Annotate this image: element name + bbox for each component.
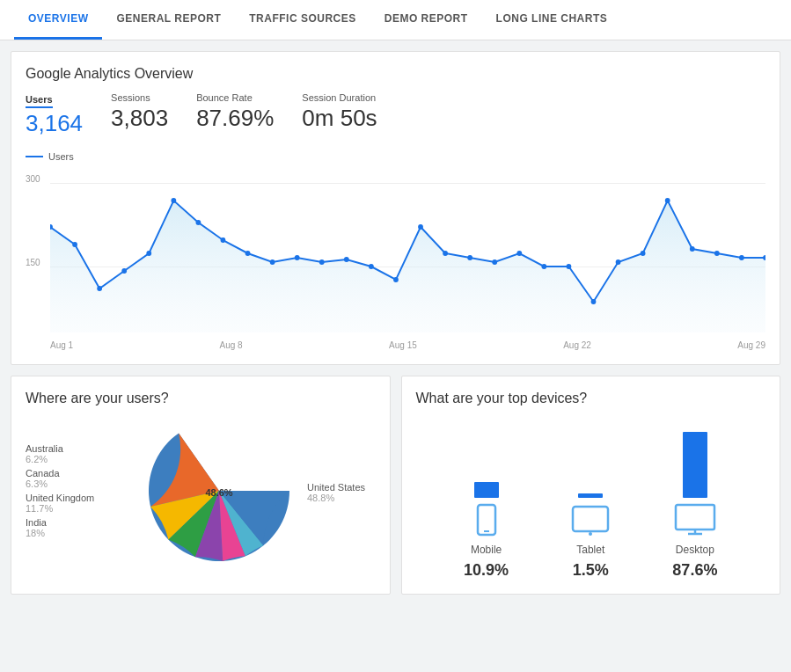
legend-canada: Canada 6.3% (26, 468, 131, 489)
metric-users[interactable]: Users 3,164 (26, 92, 83, 137)
svg-point-21 (567, 264, 572, 269)
svg-point-20 (541, 264, 546, 269)
us-label: United States 48.8% (307, 482, 365, 503)
svg-point-27 (714, 251, 720, 256)
device-tablet: Tablet 1.5% (569, 427, 612, 580)
us-country: United States (307, 482, 365, 493)
mobile-bar-container (474, 427, 499, 498)
devices-title: What are your top devices? (416, 391, 766, 406)
tablet-name: Tablet (576, 544, 604, 556)
x-label-aug1: Aug 1 (50, 340, 73, 350)
legend-uk: United Kingdom 11.7% (26, 493, 131, 514)
nav-demo-report[interactable]: DEMO REPORT (370, 0, 482, 40)
metric-duration-label: Session Duration (302, 92, 377, 103)
svg-point-4 (146, 251, 151, 256)
svg-point-7 (221, 237, 226, 243)
metric-bounce-value: 87.69% (196, 105, 274, 132)
svg-rect-32 (573, 507, 608, 531)
y-label-150: 150 (26, 258, 40, 267)
legend-australia: Australia 6.2% (26, 443, 131, 464)
svg-rect-34 (676, 505, 714, 530)
desktop-name: Desktop (676, 544, 714, 556)
svg-point-1 (72, 242, 77, 247)
tablet-bar (578, 493, 603, 498)
legend-canada-pct: 6.3% (26, 478, 131, 489)
svg-point-10 (295, 255, 300, 260)
pie-chart-container: 48.6% (149, 420, 289, 564)
desktop-pct: 87.6% (672, 561, 717, 580)
pie-section: Australia 6.2% Canada 6.3% United Kingdo… (26, 420, 376, 564)
svg-rect-30 (478, 505, 495, 535)
nav-traffic-sources[interactable]: TRAFFIC SOURCES (235, 0, 370, 40)
svg-point-33 (589, 532, 592, 536)
svg-point-11 (319, 259, 325, 265)
desktop-bar (683, 432, 707, 498)
overview-card: Google Analytics Overview Users 3,164 Se… (11, 51, 780, 365)
legend-uk-name: United Kingdom (26, 493, 131, 503)
tablet-bar-container (578, 427, 603, 498)
metric-sessions[interactable]: Sessions 3,803 (111, 92, 168, 137)
overview-title: Google Analytics Overview (26, 66, 765, 82)
legend-australia-pct: 6.2% (26, 454, 131, 464)
metric-session-duration[interactable]: Session Duration 0m 50s (302, 92, 377, 137)
chart-legend-label: Users (48, 151, 74, 162)
svg-point-26 (690, 246, 695, 252)
metric-sessions-label: Sessions (111, 92, 168, 103)
mobile-name: Mobile (471, 544, 502, 556)
users-chart: Users 300 150 (26, 151, 765, 350)
legend-australia-name: Australia (26, 443, 131, 454)
x-label-aug15: Aug 15 (389, 340, 417, 350)
legend-canada-name: Canada (26, 468, 131, 478)
svg-point-3 (121, 268, 127, 274)
y-label-300: 300 (26, 174, 40, 184)
legend-india: India 18% (26, 517, 131, 538)
svg-point-28 (739, 255, 744, 260)
metric-bounce[interactable]: Bounce Rate 87.69% (196, 92, 274, 137)
svg-point-6 (196, 220, 201, 225)
mobile-bar (474, 482, 499, 498)
svg-point-18 (492, 259, 497, 265)
svg-point-2 (97, 286, 102, 291)
legend-india-pct: 18% (26, 528, 131, 538)
nav-long-line-charts[interactable]: LONG LINE CHARTS (482, 0, 622, 40)
desktop-icon (673, 503, 717, 538)
device-desktop: Desktop 87.6% (672, 427, 717, 580)
metric-users-label: Users (26, 94, 53, 108)
pie-inside-label: 48.6% (205, 487, 232, 498)
desktop-bar-container (683, 427, 707, 498)
nav-overview[interactable]: OVERVIEW (14, 0, 102, 40)
users-map-title: Where are your users? (26, 391, 376, 406)
svg-point-15 (418, 224, 423, 230)
metric-duration-value: 0m 50s (302, 105, 377, 132)
svg-point-22 (591, 299, 597, 304)
legend-uk-pct: 11.7% (26, 503, 131, 514)
main-content: Google Analytics Overview Users 3,164 Se… (0, 40, 791, 605)
svg-point-5 (171, 198, 176, 203)
svg-point-19 (516, 251, 522, 256)
legend-india-name: India (26, 517, 131, 528)
svg-point-17 (467, 255, 472, 260)
svg-point-23 (616, 259, 621, 265)
line-chart-svg (50, 174, 765, 332)
pie-legend: Australia 6.2% Canada 6.3% United Kingdo… (26, 443, 131, 542)
metric-users-value: 3,164 (26, 110, 83, 137)
x-label-aug22: Aug 22 (563, 340, 591, 350)
mobile-pct: 10.9% (464, 561, 509, 580)
svg-point-24 (641, 251, 646, 256)
svg-point-9 (270, 259, 275, 265)
nav-general-report[interactable]: GENERAL REPORT (102, 0, 235, 40)
metric-bounce-label: Bounce Rate (196, 92, 274, 103)
bottom-row: Where are your users? Australia 6.2% Can… (11, 376, 780, 595)
svg-point-14 (393, 277, 399, 282)
us-pct: 48.8% (307, 493, 365, 503)
svg-point-12 (344, 257, 349, 262)
metrics-row: Users 3,164 Sessions 3,803 Bounce Rate 8… (26, 92, 765, 137)
svg-point-13 (369, 264, 374, 269)
svg-point-16 (443, 251, 448, 256)
devices-card: What are your top devices? Mobile 10.9% (401, 376, 781, 595)
tablet-icon (569, 503, 612, 538)
x-label-aug29: Aug 29 (737, 340, 765, 350)
users-map-card: Where are your users? Australia 6.2% Can… (11, 376, 391, 595)
chart-legend: Users (26, 151, 765, 162)
devices-row: Mobile 10.9% Tablet 1.5% (416, 427, 766, 580)
